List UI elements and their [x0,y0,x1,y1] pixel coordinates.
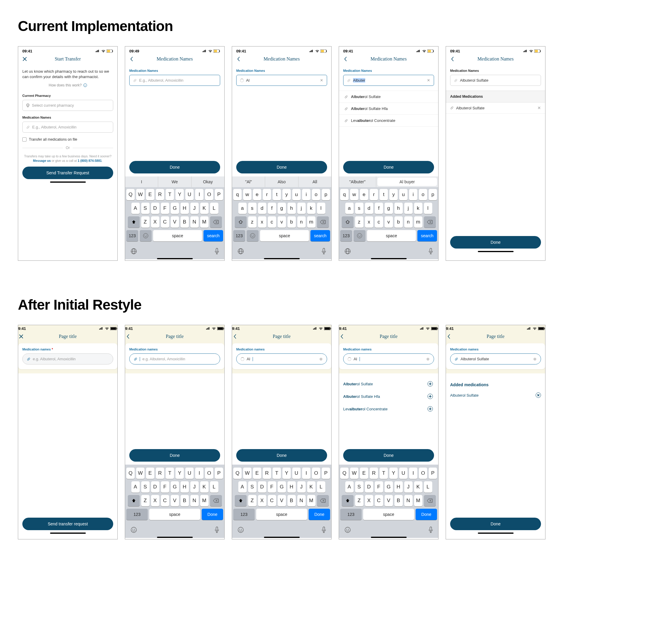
space-key[interactable]: space [367,230,416,241]
keyboard[interactable]: QWERTYUIOP ASDFGHJKL ZXCVBNM 123spaceDon… [125,464,224,538]
input-med-names[interactable]: e.g. Albuterol, Amoxicillin [129,354,220,364]
done-button[interactable]: Done [450,518,541,530]
send-transfer-button[interactable]: Send Transfer Request [22,167,113,179]
phone-link[interactable]: 1 (800) 874-5881 [78,159,102,162]
emoji-icon[interactable] [344,527,351,533]
globe-icon[interactable] [130,248,137,255]
mic-icon[interactable] [322,248,326,255]
back-icon[interactable] [339,333,345,339]
suggestion-item[interactable]: Albuterol Sulfate [339,91,438,103]
emoji-key[interactable] [247,230,259,241]
send-transfer-button[interactable]: Send transfer request [22,518,113,530]
keyboard[interactable]: QWERTYUIOP ASDFGHJKL ZXCVBNM 123spaceDon… [232,464,331,538]
suggestion-item[interactable]: Levalbuterol Concentrate [343,403,434,415]
done-button[interactable]: Done [450,236,541,248]
input-med-names[interactable]: Al⊗ [343,354,434,364]
input-med-names[interactable]: Albuter✕ [343,75,434,86]
add-icon[interactable] [428,394,433,399]
checkbox-transfer-all[interactable]: Transfer all medications on file [22,137,113,142]
mic-icon[interactable] [429,248,433,255]
keyboard[interactable]: AlAlsoAll QWERTYUIOP ASDFGHJKL ZXCVBNM 1… [232,176,331,259]
clear-icon[interactable]: ✕ [427,78,430,82]
shift-key[interactable] [128,495,140,506]
emoji-icon[interactable] [130,527,137,533]
num-key[interactable]: 123 [126,230,138,241]
backspace-key[interactable] [424,495,436,506]
keyboard[interactable]: QWERTYUIOP ASDFGHJKL ZXCVBNM 123spaceDon… [339,464,438,538]
done-button[interactable]: Done [129,449,220,461]
space-key[interactable]: space [363,509,414,520]
done-button[interactable]: Done [343,449,434,461]
space-key[interactable]: space [153,230,202,241]
done-key[interactable]: Done [309,509,330,520]
backspace-key[interactable] [424,216,436,228]
input-med-names[interactable]: Al⊗ [236,354,327,364]
mic-icon[interactable] [215,527,219,533]
mic-icon[interactable] [322,527,326,533]
shift-key[interactable] [342,216,354,228]
back-icon[interactable] [450,56,456,62]
space-key[interactable]: space [260,230,309,241]
add-icon[interactable] [428,381,433,386]
space-key[interactable]: space [256,509,307,520]
suggestion-item[interactable]: Levalbuterol Concentrate [339,115,438,127]
mic-icon[interactable] [429,527,433,533]
mic-icon[interactable] [215,248,219,255]
back-icon[interactable] [125,333,131,339]
suggestion-item[interactable]: Albuterol Sulfate Hfa [339,103,438,115]
num-key[interactable]: 123 [233,230,245,241]
num-key[interactable]: 123 [340,230,352,241]
message-us-link[interactable]: Message us [33,159,51,162]
input-med-names[interactable]: e.g. Albuterol, Amoxicillin [22,354,113,364]
globe-icon[interactable] [237,248,244,255]
input-med-names[interactable]: Albuterol Sulfate [450,75,541,86]
num-key[interactable]: 123 [126,509,148,520]
clear-icon[interactable]: ⊗ [319,357,323,361]
done-button[interactable]: Done [129,161,220,173]
space-key[interactable]: space [149,509,200,520]
done-key[interactable]: Done [202,509,223,520]
search-key[interactable]: search [203,230,223,241]
backspace-key[interactable] [210,216,222,228]
input-current-pharmacy[interactable]: Select current pharmacy [22,100,113,111]
backspace-key[interactable] [317,495,329,506]
emoji-icon[interactable] [237,527,244,533]
suggestion-item[interactable]: Albuterol Sulfate Hfa [343,390,434,403]
backspace-key[interactable] [317,216,329,228]
clear-icon[interactable]: ⊗ [426,357,430,361]
emoji-key[interactable] [140,230,152,241]
search-key[interactable]: search [310,230,330,241]
globe-icon[interactable] [344,248,351,255]
remove-icon[interactable] [536,392,541,398]
clear-icon[interactable]: ⊗ [533,357,536,361]
back-icon[interactable] [129,56,135,62]
done-key[interactable]: Done [416,509,437,520]
suggestion-item[interactable]: Albuterol Sulfate [343,378,434,390]
input-med-names[interactable]: Al✕ [236,75,327,86]
close-icon[interactable] [18,333,24,339]
clear-icon[interactable]: ✕ [320,78,323,82]
shift-key[interactable] [235,216,247,228]
back-icon[interactable] [236,56,242,62]
back-icon[interactable] [343,56,348,62]
back-icon[interactable] [446,333,452,339]
remove-icon[interactable]: ✕ [537,105,541,110]
emoji-key[interactable] [354,230,365,241]
input-med-names[interactable]: E.g., Albuterol, Amoxicillin [129,75,220,86]
add-icon[interactable] [428,406,433,411]
keyboard[interactable]: IWeOkay QWERTYUIOP ASDFGHJKL ZXCVBNM 123… [125,176,224,259]
how-link[interactable]: How does this work? i [22,83,113,87]
num-key[interactable]: 123 [233,509,255,520]
keyboard[interactable]: AlbuterAl buyer QWERTYUIOP ASDFGHJKL ZXC… [339,176,438,259]
input-med-names[interactable]: Albuterol Sulfate⊗ [450,354,541,364]
backspace-key[interactable] [210,495,222,506]
back-icon[interactable] [232,333,238,339]
done-button[interactable]: Done [343,161,434,173]
shift-key[interactable] [128,216,140,228]
done-button[interactable]: Done [236,161,327,173]
close-icon[interactable] [22,56,28,62]
input-med-names[interactable]: E.g., Albuterol, Amoxicillin [22,122,113,133]
num-key[interactable]: 123 [340,509,362,520]
shift-key[interactable] [235,495,247,506]
search-key[interactable]: search [417,230,437,241]
